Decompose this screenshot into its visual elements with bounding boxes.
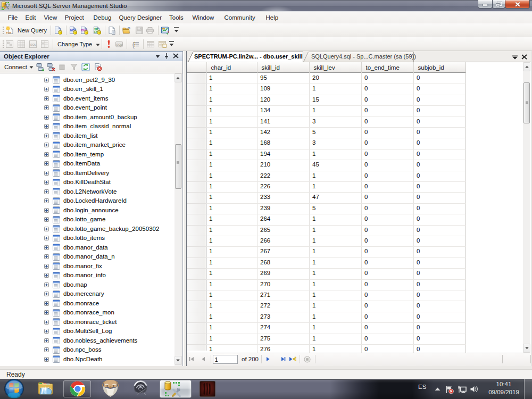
svg-text:SQL: SQL	[30, 43, 37, 46]
